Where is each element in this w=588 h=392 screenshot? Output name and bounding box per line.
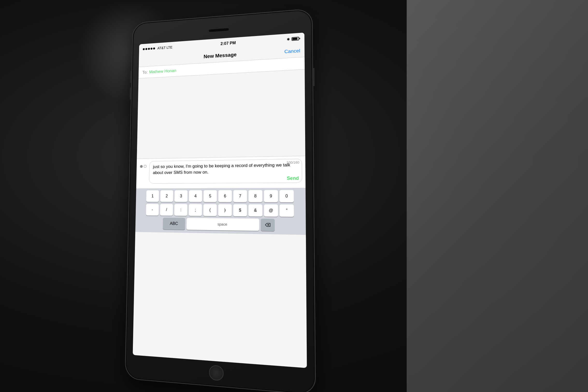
camera-icon[interactable]: ●○ xyxy=(139,162,147,170)
key-at[interactable]: @ xyxy=(264,204,278,217)
key-3[interactable]: 3 xyxy=(175,190,188,202)
keyboard: 1 2 3 4 5 6 7 8 9 0 - / : ; ( xyxy=(135,188,306,235)
key-5[interactable]: 5 xyxy=(204,190,217,202)
phone-volume-up-button[interactable] xyxy=(130,71,132,83)
status-right: ✱ xyxy=(287,37,300,41)
keyboard-row-numbers: 1 2 3 4 5 6 7 8 9 0 xyxy=(137,190,304,202)
battery-tip xyxy=(299,38,300,39)
key-close-paren[interactable]: ) xyxy=(218,204,232,216)
battery-body xyxy=(292,37,299,41)
status-left: AT&T LTE xyxy=(143,45,172,51)
key-slash[interactable]: / xyxy=(160,204,173,216)
status-time: 2:07 PM xyxy=(220,41,236,46)
phone-volume-down-button[interactable] xyxy=(130,88,131,100)
key-2[interactable]: 2 xyxy=(160,190,173,202)
key-0[interactable]: 0 xyxy=(279,190,294,202)
key-space[interactable]: space xyxy=(187,218,259,231)
message-compose-area xyxy=(137,69,305,159)
phone-power-button[interactable] xyxy=(313,68,315,86)
key-ampersand[interactable]: & xyxy=(248,204,262,216)
key-dollar[interactable]: $ xyxy=(233,204,247,216)
background-right xyxy=(407,0,588,392)
message-bubble-wrapper: just so you know, I'm going to be keepin… xyxy=(149,159,302,184)
signal-indicator xyxy=(143,47,155,50)
send-button[interactable]: Send xyxy=(287,176,299,181)
signal-dot-2 xyxy=(145,48,147,50)
key-7[interactable]: 7 xyxy=(233,190,247,202)
key-9[interactable]: 9 xyxy=(264,190,278,202)
signal-dot-3 xyxy=(148,48,150,50)
signal-dot-1 xyxy=(143,48,145,50)
phone-wrapper: AT&T LTE 2:07 PM ✱ New Message C xyxy=(125,9,316,392)
signal-dot-5 xyxy=(153,47,155,49)
signal-dot-4 xyxy=(150,48,152,50)
nav-title: New Message xyxy=(204,52,236,60)
key-colon[interactable]: : xyxy=(174,204,188,216)
phone-home-button[interactable] xyxy=(209,365,224,381)
key-delete[interactable] xyxy=(261,219,275,231)
phone-speaker xyxy=(209,28,229,32)
keyboard-row-bottom: ABC space xyxy=(136,217,305,232)
char-count: 100/160 xyxy=(286,160,299,165)
cancel-button[interactable]: Cancel xyxy=(284,48,300,54)
bluetooth-icon: ✱ xyxy=(287,37,290,41)
phone-screen: AT&T LTE 2:07 PM ✱ New Message C xyxy=(133,33,307,368)
key-open-paren[interactable]: ( xyxy=(203,204,217,216)
to-label: To: xyxy=(142,70,148,75)
key-1[interactable]: 1 xyxy=(146,190,159,202)
message-text: just so you know, I'm going to be keepin… xyxy=(153,162,290,175)
battery-fill xyxy=(292,38,297,40)
key-6[interactable]: 6 xyxy=(218,190,232,202)
carrier-label: AT&T LTE xyxy=(157,45,173,50)
key-quote[interactable]: " xyxy=(279,204,294,217)
keyboard-row-symbols: - / : ; ( ) $ & @ " xyxy=(137,204,305,217)
key-semicolon[interactable]: ; xyxy=(189,204,202,216)
key-8[interactable]: 8 xyxy=(248,190,262,202)
message-bubble[interactable]: just so you know, I'm going to be keepin… xyxy=(149,159,302,184)
battery-icon xyxy=(292,37,300,41)
input-area: ●○ just so you know, I'm going to be kee… xyxy=(136,156,306,188)
key-dash[interactable]: - xyxy=(146,204,159,216)
phone-body: AT&T LTE 2:07 PM ✱ New Message C xyxy=(125,9,316,392)
key-abc[interactable]: ABC xyxy=(163,218,185,230)
key-4[interactable]: 4 xyxy=(189,190,202,202)
delete-icon xyxy=(265,223,271,227)
to-recipient: Mathew Honan xyxy=(149,68,176,75)
